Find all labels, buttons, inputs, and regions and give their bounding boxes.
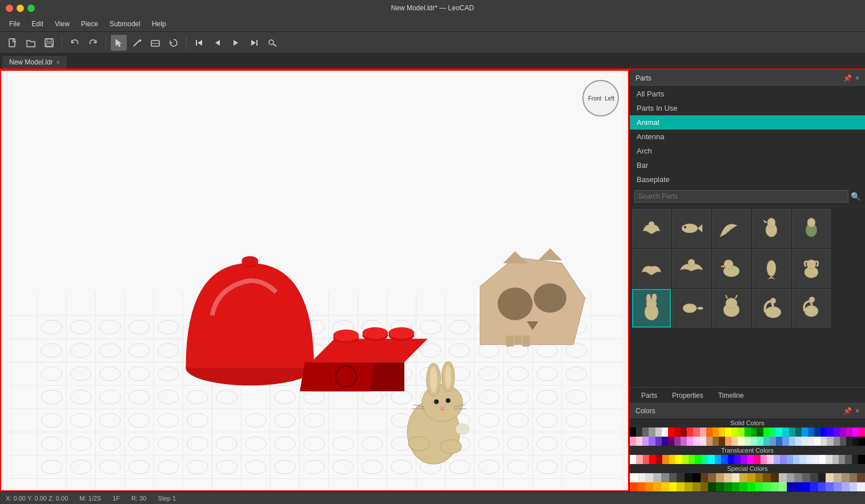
color-swatch[interactable] [789,437,795,446]
color-swatch[interactable] [643,455,649,464]
color-swatch[interactable] [716,482,724,491]
part-lizard[interactable] [672,289,711,328]
color-swatch[interactable] [675,455,682,464]
color-swatch[interactable] [669,482,677,491]
color-swatch[interactable] [674,437,681,446]
color-swatch[interactable] [662,428,668,437]
color-swatch[interactable] [747,482,755,491]
color-swatch[interactable] [789,428,795,437]
color-swatch[interactable] [840,428,846,437]
color-swatch[interactable] [669,455,675,464]
color-swatch[interactable] [638,473,646,482]
color-swatch[interactable] [774,455,780,464]
color-swatch[interactable] [739,473,747,482]
color-swatch[interactable] [852,455,858,464]
color-swatch[interactable] [826,473,834,482]
color-swatch[interactable] [689,455,695,464]
color-swatch[interactable] [724,482,732,491]
first-button[interactable] [191,35,207,51]
color-swatch[interactable] [799,455,806,464]
color-swatch[interactable] [793,455,799,464]
close-button[interactable] [6,5,13,12]
parts-grid[interactable] [630,207,865,387]
color-swatch[interactable] [763,428,770,437]
color-swatch[interactable] [802,428,808,437]
color-swatch[interactable] [669,473,677,482]
menu-view[interactable]: View [50,18,74,30]
color-swatch[interactable] [716,473,724,482]
part-goose[interactable] [792,289,831,328]
parts-in-use[interactable]: Parts In Use [630,101,865,115]
color-swatch[interactable] [757,428,763,437]
colors-pin[interactable]: 📌 [843,407,852,415]
color-swatch[interactable] [827,437,833,446]
color-swatch[interactable] [693,428,699,437]
menu-file[interactable]: File [5,18,25,30]
color-swatch[interactable] [745,428,751,437]
color-swatch[interactable] [642,428,649,437]
colors-close[interactable]: × [855,407,859,415]
color-swatch[interactable] [653,473,661,482]
color-swatch[interactable] [795,428,802,437]
color-swatch[interactable] [656,455,662,464]
part-bat2[interactable] [632,249,671,288]
search-icon[interactable]: 🔍 [851,192,860,201]
color-swatch[interactable] [814,428,820,437]
color-swatch[interactable] [706,437,713,446]
color-swatch[interactable] [668,437,674,446]
color-swatch[interactable] [645,482,653,491]
color-swatch[interactable] [846,437,852,446]
color-swatch[interactable] [725,437,731,446]
color-swatch[interactable] [850,473,858,482]
color-swatch[interactable] [818,482,826,491]
menu-piece[interactable]: Piece [77,18,103,30]
color-swatch[interactable] [701,482,709,491]
part-cow[interactable] [712,289,751,328]
viewport[interactable]: Front Left [0,70,629,491]
parts-animal[interactable]: Animal [630,115,865,130]
color-swatch[interactable] [732,482,740,491]
redo-button[interactable] [85,35,101,51]
color-swatch[interactable] [814,437,820,446]
color-swatch[interactable] [776,437,782,446]
color-swatch[interactable] [840,437,846,446]
color-swatch[interactable] [702,455,708,464]
color-swatch[interactable] [794,482,802,491]
color-swatch[interactable] [858,455,864,464]
maximize-button[interactable] [27,5,35,12]
color-swatch[interactable] [808,437,814,446]
color-swatch[interactable] [630,437,636,446]
color-swatch[interactable] [757,437,763,446]
color-swatch[interactable] [770,437,776,446]
color-swatch[interactable] [693,482,701,491]
color-swatch[interactable] [834,437,840,446]
part-bat[interactable] [632,209,671,248]
color-swatch[interactable] [787,473,795,482]
color-swatch[interactable] [738,437,744,446]
parts-bar[interactable]: Bar [630,158,865,172]
color-swatch[interactable] [776,428,782,437]
color-swatch[interactable] [834,473,842,482]
part-bird1[interactable] [752,209,791,248]
color-swatch[interactable] [794,473,802,482]
color-swatch[interactable] [708,455,714,464]
color-swatch[interactable] [674,428,681,437]
color-swatch[interactable] [802,473,810,482]
tab-close-button[interactable]: × [57,59,60,66]
color-swatch[interactable] [857,482,865,491]
color-swatch[interactable] [661,473,669,482]
color-swatch[interactable] [751,437,757,446]
parts-panel-close[interactable]: × [855,74,859,82]
color-swatch[interactable] [810,473,818,482]
parts-antenna[interactable]: Antenna [630,130,865,144]
color-swatch[interactable] [724,473,732,482]
color-swatch[interactable] [859,428,865,437]
parts-all-parts[interactable]: All Parts [630,87,865,101]
color-swatch[interactable] [682,455,689,464]
color-swatch[interactable] [827,428,833,437]
color-swatch[interactable] [859,437,865,446]
color-swatch[interactable] [713,437,719,446]
color-swatch[interactable] [721,455,727,464]
parts-baseplate[interactable]: Baseplate [630,172,865,187]
color-swatch[interactable] [645,473,653,482]
